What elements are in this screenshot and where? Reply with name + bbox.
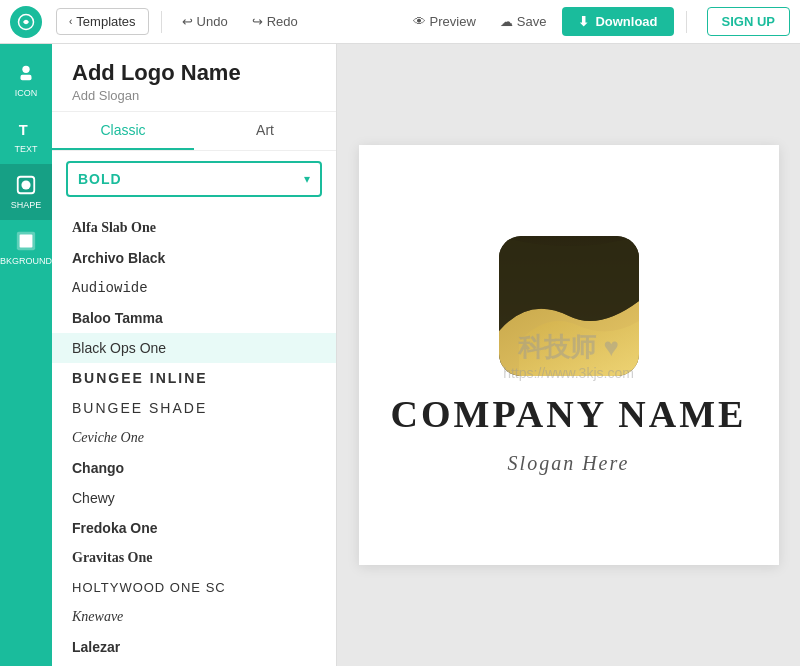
font-item-fredoka-one[interactable]: Fredoka One [52, 513, 336, 543]
panel-subtitle: Add Slogan [72, 88, 316, 103]
svg-point-1 [22, 66, 29, 73]
signup-button[interactable]: SIGN UP [707, 7, 790, 36]
templates-button[interactable]: ‹ Templates [56, 8, 149, 35]
svg-rect-7 [20, 235, 33, 248]
font-item-bungee-shade[interactable]: BUNGEE SHADE [52, 393, 336, 423]
font-item-lalezar[interactable]: Lalezar [52, 632, 336, 662]
font-item-knewave[interactable]: Knewave [52, 602, 336, 632]
font-item-holtywood-one-sc[interactable]: HOLTYWOOD ONE SC [52, 573, 336, 602]
save-icon: ☁ [500, 14, 513, 29]
company-name: COMPANY NAME [391, 392, 747, 436]
sidebar-icons: ICON T TEXT SHAPE BKGROUND [0, 44, 52, 666]
logo-icon [17, 13, 35, 31]
font-item-bungee-inline[interactable]: BUNGEE INLINE [52, 363, 336, 393]
panel-header: Add Logo Name Add Slogan [52, 44, 336, 112]
tab-art[interactable]: Art [194, 112, 336, 150]
preview-button[interactable]: 👁 Preview [405, 10, 484, 33]
app-logo[interactable] [10, 6, 42, 38]
sidebar-item-text[interactable]: T TEXT [0, 108, 52, 164]
slogan-text: Slogan Here [508, 452, 630, 475]
font-item-chango[interactable]: Chango [52, 453, 336, 483]
font-dropdown-label: BOLD [78, 171, 122, 187]
undo-icon: ↩ [182, 14, 193, 29]
font-list: Alfa Slab OneArchivo BlackAudiowideBaloo… [52, 207, 336, 666]
font-item-baloo-tamma[interactable]: Baloo Tamma [52, 303, 336, 333]
sidebar-label-text: TEXT [14, 144, 37, 154]
divider-1 [161, 11, 162, 33]
font-item-ceviche-one[interactable]: Ceviche One [52, 423, 336, 453]
redo-button[interactable]: ↪ Redo [244, 10, 306, 33]
divider-2 [686, 11, 687, 33]
topbar: ‹ Templates ↩ Undo ↪ Redo 👁 Preview ☁ Sa… [0, 0, 800, 44]
tab-classic[interactable]: Classic [52, 112, 194, 150]
font-item-archivo-black[interactable]: Archivo Black [52, 243, 336, 273]
chevron-left-icon: ‹ [69, 16, 72, 27]
svg-text:T: T [19, 122, 28, 138]
shape-icon [15, 174, 37, 196]
svg-point-5 [21, 180, 30, 189]
undo-button[interactable]: ↩ Undo [174, 10, 236, 33]
font-item-audiowide[interactable]: Audiowide [52, 273, 336, 303]
preview-icon: 👁 [413, 14, 426, 29]
panel-tabs: Classic Art [52, 112, 336, 151]
canvas-area: COMPANY NAME Slogan Here 科技师 ♥ https://w… [337, 44, 800, 666]
panel-title: Add Logo Name [72, 60, 316, 86]
sidebar-item-background[interactable]: BKGROUND [0, 220, 52, 276]
sidebar-item-icon[interactable]: ICON [0, 52, 52, 108]
dropdown-arrow-icon: ▾ [304, 172, 310, 186]
templates-label: Templates [76, 14, 135, 29]
text-icon: T [15, 118, 37, 140]
font-dropdown-wrap: BOLD ▾ [52, 151, 336, 207]
sidebar-label-icon: ICON [15, 88, 38, 98]
download-icon: ⬇ [578, 14, 589, 29]
download-button[interactable]: ⬇ Download [562, 7, 673, 36]
font-item-gravitas-one[interactable]: Gravitas One [52, 543, 336, 573]
save-button[interactable]: ☁ Save [492, 10, 555, 33]
icon-icon [15, 62, 37, 84]
font-item-black-ops-one[interactable]: Black Ops One [52, 333, 336, 363]
background-icon [15, 230, 37, 252]
sidebar-item-shape[interactable]: SHAPE [0, 164, 52, 220]
sidebar-label-background: BKGROUND [0, 256, 52, 266]
redo-icon: ↪ [252, 14, 263, 29]
left-panel: Add Logo Name Add Slogan Classic Art BOL… [52, 44, 337, 666]
font-dropdown[interactable]: BOLD ▾ [66, 161, 322, 197]
main-layout: ICON T TEXT SHAPE BKGROUND Add Logo Name [0, 44, 800, 666]
font-item-chewy[interactable]: Chewy [52, 483, 336, 513]
sidebar-label-shape: SHAPE [11, 200, 42, 210]
font-item-lily-script-one[interactable]: Lily Script One [52, 662, 336, 666]
font-item-alfa-slab-one[interactable]: Alfa Slab One [52, 213, 336, 243]
logo-image [499, 236, 639, 376]
svg-rect-2 [21, 75, 32, 81]
canvas-card[interactable]: COMPANY NAME Slogan Here [359, 145, 779, 565]
